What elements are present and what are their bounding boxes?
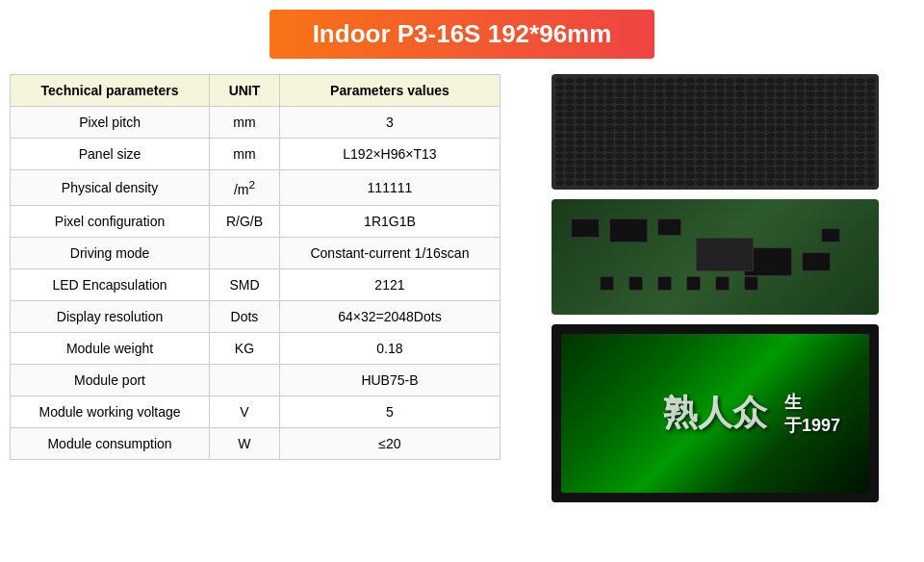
led-dot — [766, 140, 775, 145]
led-dot — [615, 180, 624, 186]
led-dot — [756, 160, 764, 166]
header-section: Indoor P3-16S 192*96mm — [10, 10, 914, 59]
led-dot — [746, 98, 755, 104]
led-dot — [665, 105, 674, 111]
led-dot — [596, 166, 604, 172]
led-dot — [565, 166, 574, 172]
led-dot — [576, 118, 584, 124]
led-dot — [706, 78, 714, 84]
led-dot — [785, 133, 794, 139]
led-dot — [726, 85, 734, 90]
led-dot — [605, 118, 614, 124]
led-dot — [665, 160, 674, 166]
led-dot — [756, 180, 764, 186]
led-dot — [685, 118, 694, 124]
led-dot — [846, 91, 855, 97]
led-dot — [816, 133, 825, 139]
led-dot — [726, 166, 734, 172]
led-dot — [826, 160, 834, 166]
led-dot — [776, 140, 784, 145]
led-dot — [746, 118, 755, 124]
led-dot — [596, 180, 604, 186]
led-dot — [646, 78, 654, 84]
param-value: ≤20 — [279, 427, 500, 459]
led-dot — [615, 105, 624, 111]
led-dot — [866, 78, 875, 84]
led-dot — [706, 166, 714, 172]
led-dot — [785, 105, 794, 111]
led-dot — [635, 146, 644, 152]
led-dot — [726, 125, 734, 131]
specs-table: Technical parameters UNIT Parameters val… — [10, 74, 500, 460]
led-dot — [766, 160, 775, 166]
led-dot — [735, 173, 744, 179]
led-dot — [585, 173, 594, 179]
param-value: 1R1G1B — [279, 205, 500, 237]
led-dot — [746, 180, 755, 186]
led-dot — [685, 85, 694, 90]
led-dot — [676, 146, 684, 152]
led-dot — [615, 91, 624, 97]
led-dot — [735, 85, 744, 90]
led-dot — [766, 118, 775, 124]
led-dot — [626, 118, 634, 124]
led-dot — [605, 173, 614, 179]
led-dot — [626, 133, 634, 139]
led-dot — [756, 153, 764, 159]
param-unit: KG — [210, 332, 280, 364]
led-dot — [835, 180, 844, 186]
led-dot — [685, 133, 694, 139]
led-dot — [696, 125, 705, 131]
led-dot — [826, 166, 834, 172]
led-dot — [585, 118, 594, 124]
led-dot — [726, 153, 734, 159]
led-dot — [735, 98, 744, 104]
led-dot — [866, 160, 875, 166]
led-dot — [846, 173, 855, 179]
led-dot — [796, 91, 805, 97]
led-dot — [665, 125, 674, 131]
led-dot — [696, 166, 705, 172]
led-dot — [835, 112, 844, 117]
led-dot — [716, 160, 725, 166]
led-dot — [756, 140, 764, 145]
param-unit: SMD — [210, 268, 280, 300]
led-dot — [685, 160, 694, 166]
led-dot — [826, 140, 834, 145]
led-dot — [816, 166, 825, 172]
led-dot — [746, 125, 755, 131]
led-dot — [756, 118, 764, 124]
led-dot — [826, 153, 834, 159]
images-section: 熟人众 生于1997 — [516, 74, 914, 502]
led-dot — [576, 173, 584, 179]
led-dot — [846, 146, 855, 152]
led-dot — [856, 140, 864, 145]
led-dot — [735, 118, 744, 124]
led-dot — [816, 105, 825, 111]
led-dot — [555, 112, 564, 117]
led-dot — [615, 133, 624, 139]
led-dot — [856, 85, 864, 90]
led-dot — [635, 118, 644, 124]
led-dot — [846, 160, 855, 166]
led-dot — [676, 153, 684, 159]
led-dot — [776, 173, 784, 179]
led-dot — [746, 173, 755, 179]
led-dot — [655, 125, 664, 131]
led-dot — [716, 166, 725, 172]
led-dot — [726, 112, 734, 117]
led-dot — [846, 140, 855, 145]
led-dot — [806, 105, 814, 111]
led-dot — [746, 166, 755, 172]
led-dot — [596, 91, 604, 97]
led-dot — [626, 173, 634, 179]
led-dot — [605, 91, 614, 97]
led-dot — [785, 140, 794, 145]
led-dot — [776, 78, 784, 84]
led-dot — [716, 180, 725, 186]
led-dot — [835, 166, 844, 172]
led-dot — [685, 173, 694, 179]
led-dot — [716, 105, 725, 111]
led-dot — [565, 180, 574, 186]
led-dot — [776, 133, 784, 139]
